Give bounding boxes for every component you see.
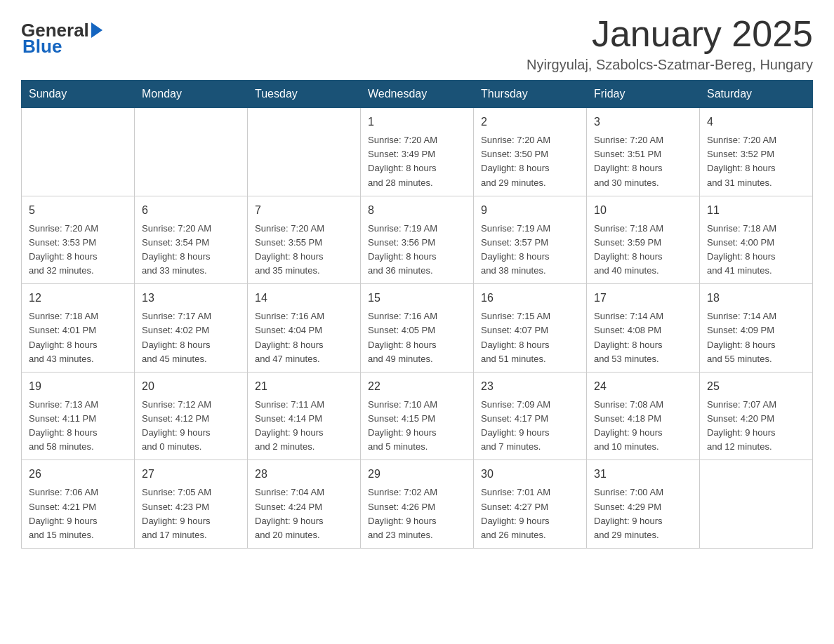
day-info: Sunrise: 7:20 AMSunset: 3:51 PMDaylight:…	[594, 133, 692, 190]
calendar-cell: 28Sunrise: 7:04 AMSunset: 4:24 PMDayligh…	[248, 460, 361, 549]
calendar-cell: 19Sunrise: 7:13 AMSunset: 4:11 PMDayligh…	[22, 372, 135, 460]
calendar-cell: 26Sunrise: 7:06 AMSunset: 4:21 PMDayligh…	[22, 460, 135, 549]
day-info: Sunrise: 7:18 AMSunset: 4:00 PMDaylight:…	[707, 222, 805, 279]
calendar-cell: 18Sunrise: 7:14 AMSunset: 4:09 PMDayligh…	[700, 284, 813, 373]
day-number: 24	[594, 378, 692, 395]
day-info: Sunrise: 7:17 AMSunset: 4:02 PMDaylight:…	[142, 309, 240, 366]
column-header-friday: Friday	[587, 81, 700, 108]
day-info: Sunrise: 7:09 AMSunset: 4:17 PMDaylight:…	[481, 398, 579, 455]
calendar-cell: 13Sunrise: 7:17 AMSunset: 4:02 PMDayligh…	[135, 284, 248, 373]
day-info: Sunrise: 7:12 AMSunset: 4:12 PMDaylight:…	[142, 398, 240, 455]
month-title: January 2025	[527, 14, 813, 54]
day-info: Sunrise: 7:18 AMSunset: 4:01 PMDaylight:…	[29, 309, 127, 366]
day-info: Sunrise: 7:00 AMSunset: 4:29 PMDaylight:…	[594, 485, 692, 542]
day-info: Sunrise: 7:05 AMSunset: 4:23 PMDaylight:…	[142, 485, 240, 542]
calendar-table: SundayMondayTuesdayWednesdayThursdayFrid…	[21, 80, 813, 549]
day-number: 29	[368, 466, 466, 483]
day-number: 19	[29, 378, 127, 395]
calendar-week-row: 1Sunrise: 7:20 AMSunset: 3:49 PMDaylight…	[22, 108, 813, 196]
day-info: Sunrise: 7:15 AMSunset: 4:07 PMDaylight:…	[481, 309, 579, 366]
column-header-saturday: Saturday	[700, 81, 813, 108]
day-info: Sunrise: 7:20 AMSunset: 3:54 PMDaylight:…	[142, 222, 240, 279]
day-info: Sunrise: 7:11 AMSunset: 4:14 PMDaylight:…	[255, 398, 353, 455]
calendar-cell: 23Sunrise: 7:09 AMSunset: 4:17 PMDayligh…	[474, 372, 587, 460]
calendar-cell: 24Sunrise: 7:08 AMSunset: 4:18 PMDayligh…	[587, 372, 700, 460]
day-number: 7	[255, 202, 353, 219]
column-header-wednesday: Wednesday	[361, 81, 474, 108]
day-number: 28	[255, 466, 353, 483]
day-info: Sunrise: 7:20 AMSunset: 3:55 PMDaylight:…	[255, 222, 353, 279]
calendar-cell: 16Sunrise: 7:15 AMSunset: 4:07 PMDayligh…	[474, 284, 587, 373]
day-info: Sunrise: 7:07 AMSunset: 4:20 PMDaylight:…	[707, 398, 805, 455]
day-info: Sunrise: 7:20 AMSunset: 3:50 PMDaylight:…	[481, 133, 579, 190]
calendar-cell	[248, 108, 361, 196]
page-header: General Blue January 2025 Nyirgyulaj, Sz…	[21, 14, 813, 73]
day-number: 14	[255, 290, 353, 307]
day-info: Sunrise: 7:06 AMSunset: 4:21 PMDaylight:…	[29, 485, 127, 542]
title-section: January 2025 Nyirgyulaj, Szabolcs-Szatma…	[527, 14, 813, 73]
logo: General Blue	[21, 20, 102, 58]
day-info: Sunrise: 7:04 AMSunset: 4:24 PMDaylight:…	[255, 485, 353, 542]
calendar-cell: 15Sunrise: 7:16 AMSunset: 4:05 PMDayligh…	[361, 284, 474, 373]
day-number: 13	[142, 290, 240, 307]
day-number: 11	[707, 202, 805, 219]
calendar-cell: 20Sunrise: 7:12 AMSunset: 4:12 PMDayligh…	[135, 372, 248, 460]
day-info: Sunrise: 7:01 AMSunset: 4:27 PMDaylight:…	[481, 485, 579, 542]
day-number: 18	[707, 290, 805, 307]
calendar-cell	[700, 460, 813, 549]
calendar-cell: 10Sunrise: 7:18 AMSunset: 3:59 PMDayligh…	[587, 196, 700, 284]
calendar-week-row: 26Sunrise: 7:06 AMSunset: 4:21 PMDayligh…	[22, 460, 813, 549]
calendar-cell	[135, 108, 248, 196]
day-info: Sunrise: 7:16 AMSunset: 4:04 PMDaylight:…	[255, 309, 353, 366]
day-number: 27	[142, 466, 240, 483]
calendar-cell: 9Sunrise: 7:19 AMSunset: 3:57 PMDaylight…	[474, 196, 587, 284]
day-number: 17	[594, 290, 692, 307]
day-info: Sunrise: 7:13 AMSunset: 4:11 PMDaylight:…	[29, 398, 127, 455]
calendar-cell: 31Sunrise: 7:00 AMSunset: 4:29 PMDayligh…	[587, 460, 700, 549]
calendar-cell: 5Sunrise: 7:20 AMSunset: 3:53 PMDaylight…	[22, 196, 135, 284]
calendar-header-row: SundayMondayTuesdayWednesdayThursdayFrid…	[22, 81, 813, 108]
logo-blue-text: Blue	[22, 36, 62, 58]
calendar-cell: 1Sunrise: 7:20 AMSunset: 3:49 PMDaylight…	[361, 108, 474, 196]
day-info: Sunrise: 7:08 AMSunset: 4:18 PMDaylight:…	[594, 398, 692, 455]
column-header-sunday: Sunday	[22, 81, 135, 108]
calendar-cell: 4Sunrise: 7:20 AMSunset: 3:52 PMDaylight…	[700, 108, 813, 196]
column-header-tuesday: Tuesday	[248, 81, 361, 108]
day-number: 10	[594, 202, 692, 219]
day-number: 4	[707, 114, 805, 130]
day-info: Sunrise: 7:20 AMSunset: 3:52 PMDaylight:…	[707, 133, 805, 190]
day-number: 3	[594, 114, 692, 130]
calendar-cell: 21Sunrise: 7:11 AMSunset: 4:14 PMDayligh…	[248, 372, 361, 460]
calendar-cell: 30Sunrise: 7:01 AMSunset: 4:27 PMDayligh…	[474, 460, 587, 549]
calendar-cell: 22Sunrise: 7:10 AMSunset: 4:15 PMDayligh…	[361, 372, 474, 460]
day-number: 22	[368, 378, 466, 395]
column-header-thursday: Thursday	[474, 81, 587, 108]
day-number: 16	[481, 290, 579, 307]
day-number: 12	[29, 290, 127, 307]
day-info: Sunrise: 7:19 AMSunset: 3:57 PMDaylight:…	[481, 222, 579, 279]
calendar-cell: 17Sunrise: 7:14 AMSunset: 4:08 PMDayligh…	[587, 284, 700, 373]
column-header-monday: Monday	[135, 81, 248, 108]
day-info: Sunrise: 7:18 AMSunset: 3:59 PMDaylight:…	[594, 222, 692, 279]
day-info: Sunrise: 7:02 AMSunset: 4:26 PMDaylight:…	[368, 485, 466, 542]
day-number: 21	[255, 378, 353, 395]
calendar-week-row: 19Sunrise: 7:13 AMSunset: 4:11 PMDayligh…	[22, 372, 813, 460]
calendar-cell: 8Sunrise: 7:19 AMSunset: 3:56 PMDaylight…	[361, 196, 474, 284]
calendar-cell: 25Sunrise: 7:07 AMSunset: 4:20 PMDayligh…	[700, 372, 813, 460]
day-info: Sunrise: 7:20 AMSunset: 3:53 PMDaylight:…	[29, 222, 127, 279]
calendar-cell: 7Sunrise: 7:20 AMSunset: 3:55 PMDaylight…	[248, 196, 361, 284]
day-number: 26	[29, 466, 127, 483]
day-info: Sunrise: 7:14 AMSunset: 4:08 PMDaylight:…	[594, 309, 692, 366]
calendar-cell: 27Sunrise: 7:05 AMSunset: 4:23 PMDayligh…	[135, 460, 248, 549]
day-number: 1	[368, 114, 466, 130]
day-info: Sunrise: 7:14 AMSunset: 4:09 PMDaylight:…	[707, 309, 805, 366]
calendar-cell: 3Sunrise: 7:20 AMSunset: 3:51 PMDaylight…	[587, 108, 700, 196]
day-number: 6	[142, 202, 240, 219]
calendar-cell	[22, 108, 135, 196]
calendar-week-row: 12Sunrise: 7:18 AMSunset: 4:01 PMDayligh…	[22, 284, 813, 373]
calendar-cell: 2Sunrise: 7:20 AMSunset: 3:50 PMDaylight…	[474, 108, 587, 196]
day-number: 20	[142, 378, 240, 395]
calendar-cell: 29Sunrise: 7:02 AMSunset: 4:26 PMDayligh…	[361, 460, 474, 549]
day-number: 2	[481, 114, 579, 130]
day-number: 31	[594, 466, 692, 483]
